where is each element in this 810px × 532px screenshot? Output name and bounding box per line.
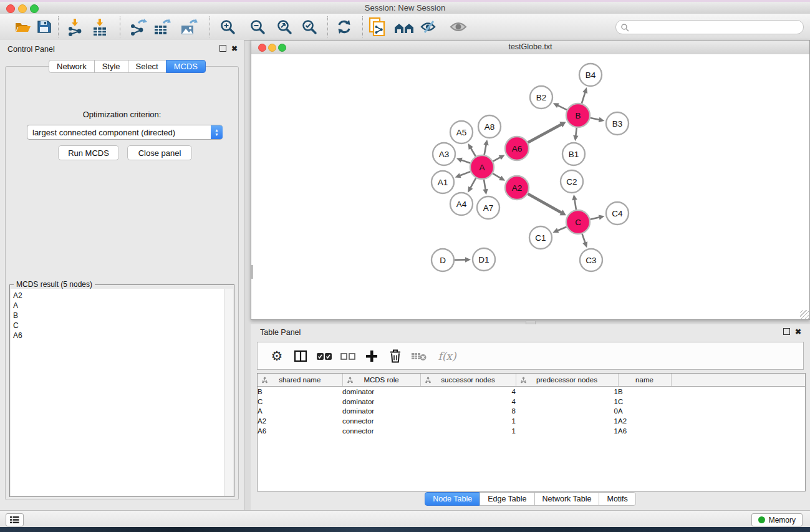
graph-edge[interactable] [576,128,577,137]
network-canvas[interactable]: B4B2BB3A8A5A6A3B1AA1C2A2A4A7C4CC1C3DD1 [251,54,809,319]
graph-node-label: A [479,163,485,172]
graph-edge[interactable] [528,124,562,143]
mcds-result-item[interactable]: A2 [13,291,224,301]
table-row[interactable]: Bdominator41B [258,387,805,397]
import-network-icon[interactable] [65,17,85,37]
column-header-predecessor-nodes[interactable]: predecessor nodes [516,374,618,387]
graph-node-label: B2 [536,93,547,102]
add-row-icon[interactable] [360,346,383,366]
column-header-shared-name[interactable]: shared name [258,374,342,387]
tab-motifs[interactable]: Motifs [599,492,635,506]
toggle-graphics-details-icon[interactable] [418,17,438,37]
graph-node-label: A2 [512,183,523,193]
column-settings-icon[interactable]: ⚙ [265,346,289,366]
resize-grip-icon[interactable] [800,310,809,319]
graph-edge[interactable] [470,178,476,188]
tab-edge-table[interactable]: Edge Table [480,492,534,506]
zoom-selected-icon[interactable] [299,17,319,37]
delete-table-icon[interactable] [407,346,431,366]
graph-edge[interactable] [557,105,567,110]
mcds-result-item[interactable]: A6 [13,331,224,341]
graph-edge[interactable] [591,217,600,220]
column-header-mcds-role[interactable]: MCDS role [342,374,420,387]
graph-node-label: B1 [569,150,579,159]
graph-edge-arrowhead [572,195,577,201]
zoom-in-icon[interactable] [218,17,238,37]
graph-edge[interactable] [459,172,470,176]
close-panel-button[interactable]: Close panel [127,145,192,160]
table-cell: A [258,406,342,416]
tab-node-table[interactable]: Node Table [425,492,480,506]
select-all-icon[interactable] [312,346,336,366]
column-header-successor-nodes[interactable]: successor nodes [420,374,516,387]
tab-select[interactable]: Select [128,60,166,73]
graph-node-label: D [440,256,446,265]
new-network-from-selection-icon[interactable] [367,17,387,37]
canvas-scrollbar[interactable] [251,265,253,279]
zoom-fit-icon[interactable] [274,17,294,37]
table-cell: B [618,387,671,397]
export-image-icon[interactable] [178,17,198,37]
show-panels-button[interactable] [6,513,24,526]
graph-edge[interactable] [470,147,476,157]
graph-edge[interactable] [591,118,600,120]
graph-edge-arrowhead [456,158,463,163]
save-session-icon[interactable] [34,17,54,37]
mcds-result-item[interactable]: A [13,301,224,311]
birds-eye-view-icon[interactable] [448,17,468,37]
float-panel-icon[interactable] [219,45,226,52]
export-network-icon[interactable] [128,17,148,37]
table-row[interactable]: A6connector11A6 [258,426,805,436]
import-table-icon[interactable] [90,17,110,37]
close-panel-icon[interactable]: ✖ [231,46,238,52]
table-cell: A6 [258,426,342,436]
graph-edge[interactable] [574,199,576,210]
table-row[interactable]: A2connector11A2 [258,416,805,426]
table-tabs: Node Table Edge Table Network Table Moti… [251,492,810,506]
graph-edge[interactable] [582,92,586,104]
criterion-dropdown[interactable]: largest connected component (directed) ▲… [27,125,223,140]
delete-row-icon[interactable] [383,346,407,366]
network-browser-icon[interactable] [394,17,414,37]
zoom-out-icon[interactable] [248,17,268,37]
table-row[interactable]: Adominator80A [258,406,805,416]
float-table-panel-icon[interactable] [783,328,790,335]
tab-network[interactable]: Network [49,60,95,73]
close-table-panel-icon[interactable]: ✖ [795,329,801,335]
memory-button[interactable]: Memory [751,513,803,526]
tab-network-table[interactable]: Network Table [534,492,600,506]
column-header-name[interactable]: name [618,374,671,387]
refresh-layout-icon[interactable] [334,17,354,37]
deselect-all-icon[interactable] [336,346,360,366]
table-cell: 1 [516,416,618,426]
table-cell: 8 [420,406,516,416]
graph-edge[interactable] [557,227,567,231]
graph-edge[interactable] [460,160,470,163]
run-mcds-button[interactable]: Run MCDS [58,145,119,160]
graph-edge[interactable] [484,180,486,191]
graph-edge-arrowhead [573,135,578,141]
mcds-result-item[interactable]: C [13,321,224,331]
graph-edge[interactable] [493,157,501,162]
tab-mcds[interactable]: MCDS [166,60,206,73]
table-cell: connector [342,426,420,436]
graph-edge[interactable] [582,234,586,244]
table-cell: B [258,387,342,397]
column-layout-icon[interactable] [289,346,312,366]
result-scrollbar[interactable] [224,289,233,496]
graph-edge[interactable] [528,194,562,213]
graph-edge-arrowhead [582,87,587,94]
function-builder-icon[interactable]: f(x) [431,346,463,366]
graph-node-label: A5 [456,128,467,137]
tab-style[interactable]: Style [94,60,128,73]
table-row[interactable]: Cdominator41C [258,397,805,407]
open-session-icon[interactable] [13,17,33,37]
mcds-result-item[interactable]: B [13,311,224,321]
network-graph[interactable]: B4B2BB3A8A5A6A3B1AA1C2A2A4A7C4CC1C3DD1 [251,54,809,319]
graph-edge[interactable] [493,173,501,178]
mcds-result-list: A2ABCA6 [11,289,224,496]
graph-edge[interactable] [485,144,486,155]
export-table-icon[interactable] [152,17,171,37]
graph-edge-arrowhead [582,241,587,248]
search-input[interactable] [615,20,804,34]
